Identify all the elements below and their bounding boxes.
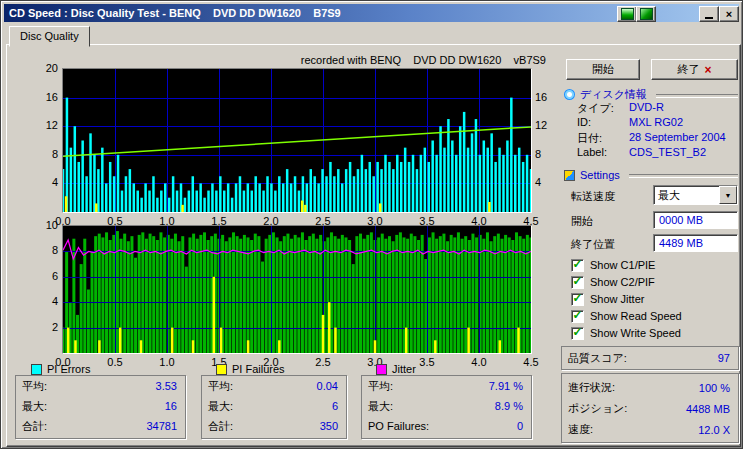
legend-label: PI Errors bbox=[47, 363, 90, 375]
stat-row: 最大: 8.9 % bbox=[362, 396, 531, 416]
jitter-stats-box: 平均: 7.91 % 最大: 8.9 % PO Failures: 0 bbox=[361, 375, 532, 439]
chart-header-text: recorded with BENQ DVD DD DW1620 vB7S9 bbox=[63, 54, 546, 66]
field-value: MXL RG02 bbox=[629, 116, 683, 128]
quality-score-box: 品質スコア: 97 bbox=[561, 346, 739, 370]
minimize-icon bbox=[705, 17, 713, 19]
axis-tick-label: 8 bbox=[31, 148, 58, 160]
pi-errors-stats-box: 平均: 3.53 最大: 16 合計: 34781 bbox=[15, 375, 186, 439]
legend-label: PI Failures bbox=[232, 363, 285, 375]
axis-tick-label: 4 bbox=[535, 176, 559, 188]
check-icon: ✓ bbox=[572, 293, 582, 304]
disc-info-header: ディスク情報 bbox=[564, 87, 738, 102]
field-value: DVD-R bbox=[629, 101, 664, 116]
stat-row: 合計: 34781 bbox=[16, 416, 185, 436]
checkbox-label: Show Write Speed bbox=[590, 327, 681, 339]
speed-row: 速度: 12.0 X bbox=[562, 419, 738, 440]
checkbox-box[interactable]: ✓ bbox=[571, 327, 584, 340]
minimize-button[interactable] bbox=[699, 6, 719, 22]
close-button[interactable]: × bbox=[719, 6, 739, 22]
stat-label: 最大: bbox=[368, 399, 393, 414]
settings-header: Settings bbox=[564, 169, 738, 181]
disc-type-row: タイプ: DVD-R bbox=[577, 101, 738, 116]
start-position-field[interactable]: 0000 MB bbox=[653, 211, 738, 229]
axis-tick-label: 16 bbox=[535, 91, 559, 103]
stat-row: 最大: 16 bbox=[16, 396, 185, 416]
axis-tick-label: 12 bbox=[535, 119, 559, 131]
checkbox-box[interactable]: ✓ bbox=[571, 259, 584, 272]
axis-tick-label: 12 bbox=[31, 119, 58, 131]
stat-label: 合計: bbox=[208, 419, 233, 434]
divider bbox=[629, 174, 738, 178]
axis-tick-label: 8 bbox=[535, 148, 559, 160]
checkbox-show-read-speed[interactable]: ✓ Show Read Speed bbox=[571, 309, 682, 323]
stat-row: 最大: 6 bbox=[202, 396, 346, 416]
start-button[interactable]: 開始 bbox=[566, 59, 640, 80]
tab-disc-quality[interactable]: Disc Quality bbox=[9, 26, 90, 47]
jitter-swatch bbox=[376, 364, 387, 375]
check-icon: ✓ bbox=[572, 310, 582, 321]
checkbox-box[interactable]: ✓ bbox=[571, 310, 584, 323]
stat-value: 6 bbox=[332, 400, 338, 412]
transfer-speed-select[interactable]: 最大 ▼ bbox=[653, 185, 738, 205]
exit-label: 終了 bbox=[677, 62, 699, 77]
field-label: ID: bbox=[577, 116, 629, 128]
stat-value: 0.04 bbox=[317, 380, 338, 392]
settings-title: Settings bbox=[580, 169, 620, 181]
stat-label: 合計: bbox=[22, 419, 47, 434]
progress-value: 100 % bbox=[699, 382, 730, 394]
stat-row: 合計: 350 bbox=[202, 416, 346, 436]
end-position-field[interactable]: 4489 MB bbox=[653, 234, 738, 252]
axis-tick-label: 4.0 bbox=[466, 356, 492, 368]
axis-tick-label: 4.5 bbox=[518, 356, 544, 368]
checkbox-show-write-speed[interactable]: ✓ Show Write Speed bbox=[571, 326, 681, 340]
disc-info-title: ディスク情報 bbox=[580, 87, 647, 102]
disc-id-row: ID: MXL RG02 bbox=[577, 116, 738, 128]
speed-value: 12.0 X bbox=[698, 424, 730, 436]
axis-tick-label: 0.5 bbox=[102, 356, 128, 368]
pi-errors-chart: 201612841612840.00.51.01.52.02.53.03.54.… bbox=[62, 68, 532, 213]
checkbox-box[interactable]: ✓ bbox=[571, 293, 584, 306]
axis-tick-label: 16 bbox=[31, 91, 58, 103]
exit-button[interactable]: 終了 × bbox=[651, 59, 738, 80]
save-graph-icon-button[interactable] bbox=[617, 6, 637, 22]
axis-tick-label: 20 bbox=[31, 62, 58, 74]
copy-graph-icon-button[interactable] bbox=[636, 6, 656, 22]
stat-value: 8.9 % bbox=[495, 400, 523, 412]
axis-tick-label: 1.0 bbox=[154, 356, 180, 368]
disc-icon bbox=[564, 89, 575, 100]
settings-icon bbox=[564, 170, 575, 181]
stat-label: 平均: bbox=[22, 379, 47, 394]
stat-value: 3.53 bbox=[156, 380, 177, 392]
field-value: CDS_TEST_B2 bbox=[629, 146, 706, 158]
checkbox-label: Show C1/PIE bbox=[590, 259, 655, 271]
checkbox-show-c1-pie[interactable]: ✓ Show C1/PIE bbox=[571, 258, 655, 272]
axis-tick-label: 2 bbox=[31, 321, 58, 333]
checkbox-show-c2-pif[interactable]: ✓ Show C2/PIF bbox=[571, 275, 655, 289]
stat-row: 平均: 0.04 bbox=[202, 376, 346, 396]
check-icon: ✓ bbox=[572, 327, 582, 338]
dropdown-arrow-icon[interactable]: ▼ bbox=[719, 186, 737, 204]
copy-graph-icon bbox=[640, 8, 653, 20]
pi-failures-stats-box: 平均: 0.04 最大: 6 合計: 350 bbox=[201, 375, 347, 439]
position-value: 4488 MB bbox=[686, 403, 730, 415]
checkbox-show-jitter[interactable]: ✓ Show Jitter bbox=[571, 292, 644, 306]
speed-label: 速度: bbox=[568, 422, 593, 437]
disc-date-row: 日付: 28 September 2004 bbox=[577, 131, 738, 146]
quality-score-value: 97 bbox=[718, 352, 730, 364]
stat-row: 平均: 3.53 bbox=[16, 376, 185, 396]
stat-row: 平均: 7.91 % bbox=[362, 376, 531, 396]
pi-failures-swatch bbox=[216, 364, 227, 375]
axis-tick-label: 3.5 bbox=[414, 356, 440, 368]
divider bbox=[656, 94, 738, 98]
transfer-speed-value: 最大 bbox=[654, 186, 719, 204]
checkbox-box[interactable]: ✓ bbox=[571, 276, 584, 289]
axis-tick-label: 2.5 bbox=[310, 356, 336, 368]
checkbox-label: Show C2/PIF bbox=[590, 276, 655, 288]
end-position-label: 終了位置 bbox=[571, 237, 615, 252]
pi-errors-swatch bbox=[31, 364, 42, 375]
dropdown-arrow-glyph: ▼ bbox=[725, 192, 732, 199]
axis-tick-label: 4 bbox=[31, 176, 58, 188]
start-position-label: 開始 bbox=[571, 214, 593, 229]
checkbox-label: Show Read Speed bbox=[590, 310, 682, 322]
jitter-pif-chart: 1086420.00.51.01.52.02.53.03.54.04.5 bbox=[62, 225, 532, 354]
